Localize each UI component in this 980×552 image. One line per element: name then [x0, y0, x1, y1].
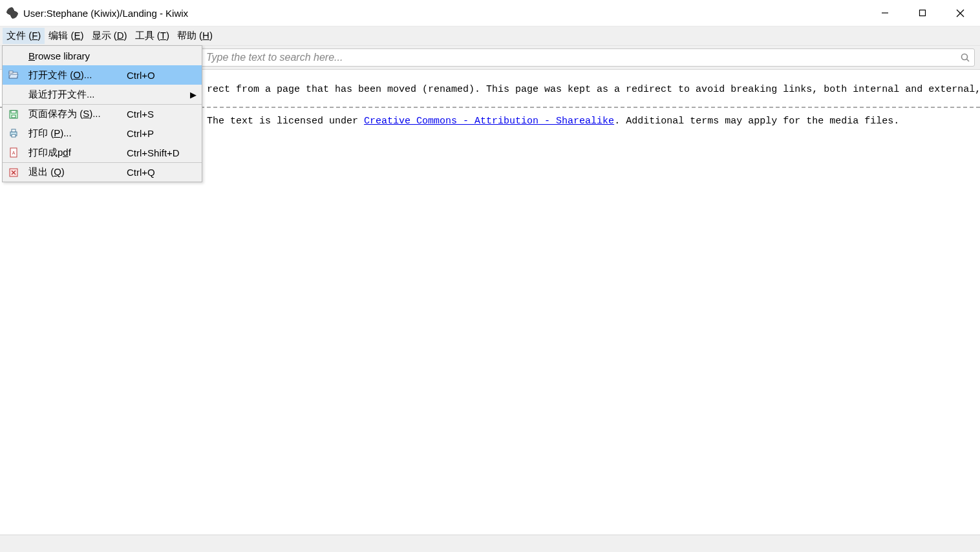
close-button[interactable]	[941, 0, 979, 26]
license-text: The text is licensed under Creative Comm…	[207, 116, 974, 127]
menu-file[interactable]: 文件 (F)	[3, 28, 45, 44]
menu-label: 页面保存为 (S)...	[28, 108, 127, 120]
save-icon	[6, 107, 21, 122]
menu-label: 最近打开文件...	[28, 89, 187, 101]
pdf-icon: A	[6, 145, 21, 160]
menu-help[interactable]: 帮助 (H)	[173, 28, 217, 44]
maximize-icon	[919, 9, 926, 17]
menu-accel: Ctrl+Q	[127, 167, 197, 178]
svg-rect-7	[9, 71, 13, 73]
svg-rect-10	[12, 115, 16, 118]
menu-accel: Ctrl+P	[127, 128, 197, 139]
print-icon	[6, 126, 21, 140]
menu-item-save-as[interactable]: 页面保存为 (S)... Ctrl+S	[3, 104, 202, 123]
window-title: User:Stephane (Kiwix)/Landing - Kiwix	[23, 8, 866, 19]
submenu-arrow-icon: ▶	[187, 90, 197, 100]
titlebar: User:Stephane (Kiwix)/Landing - Kiwix	[0, 0, 980, 26]
menu-label: 打印 (P)...	[28, 127, 127, 140]
menu-edit[interactable]: 编辑 (E)	[45, 28, 87, 44]
svg-line-5	[967, 59, 970, 62]
svg-rect-9	[11, 111, 16, 113]
menu-label: Browse library	[28, 50, 127, 61]
menu-item-open-file[interactable]: 打开文件 (O)... Ctrl+O	[3, 65, 202, 85]
menubar: 文件 (F) 编辑 (E) 显示 (D) 工具 (T) 帮助 (H)	[0, 26, 980, 45]
blank-icon	[6, 48, 21, 63]
menu-item-print[interactable]: 打印 (P)... Ctrl+P	[3, 123, 202, 143]
close-icon	[956, 9, 964, 17]
minimize-button[interactable]	[866, 0, 904, 26]
menu-label: 打开文件 (O)...	[28, 69, 127, 81]
svg-rect-12	[12, 129, 16, 132]
file-menu-dropdown: Browse library 打开文件 (O)... Ctrl+O 最近打开文件…	[2, 45, 202, 182]
search-wrap	[200, 48, 975, 67]
license-link[interactable]: Creative Commons - Attribution - Shareal…	[364, 116, 614, 127]
menu-item-recent-files[interactable]: 最近打开文件... ▶	[3, 85, 202, 104]
svg-point-4	[962, 54, 968, 60]
license-post: . Additional terms may apply for the med…	[614, 116, 899, 127]
menu-view[interactable]: 显示 (D)	[88, 28, 131, 44]
exit-icon	[6, 165, 21, 180]
blank-icon	[6, 87, 21, 101]
menu-label: 打印成pdf	[28, 147, 127, 159]
open-icon	[6, 68, 21, 82]
window-controls	[866, 0, 979, 26]
svg-rect-13	[12, 134, 16, 137]
menu-item-print-pdf[interactable]: A 打印成pdf Ctrl+Shift+D	[3, 143, 202, 162]
app-icon	[6, 7, 18, 19]
svg-text:A: A	[12, 151, 16, 155]
maximize-button[interactable]	[904, 0, 941, 26]
menu-accel: Ctrl+S	[127, 109, 197, 120]
menu-tools[interactable]: 工具 (T)	[131, 28, 173, 44]
license-pre: The text is licensed under	[207, 116, 364, 127]
menu-item-browse-library[interactable]: Browse library	[3, 46, 202, 65]
search-input[interactable]	[200, 48, 975, 67]
svg-rect-1	[920, 10, 926, 16]
minimize-icon	[881, 9, 889, 17]
menu-item-exit[interactable]: 退出 (Q) Ctrl+Q	[3, 162, 202, 182]
menu-accel: Ctrl+Shift+D	[127, 147, 197, 158]
redirect-text: rect from a page that has been moved (re…	[207, 84, 974, 95]
menu-label: 退出 (Q)	[28, 166, 127, 178]
search-icon[interactable]	[961, 53, 970, 62]
statusbar	[0, 535, 980, 552]
menu-accel: Ctrl+O	[127, 70, 197, 81]
